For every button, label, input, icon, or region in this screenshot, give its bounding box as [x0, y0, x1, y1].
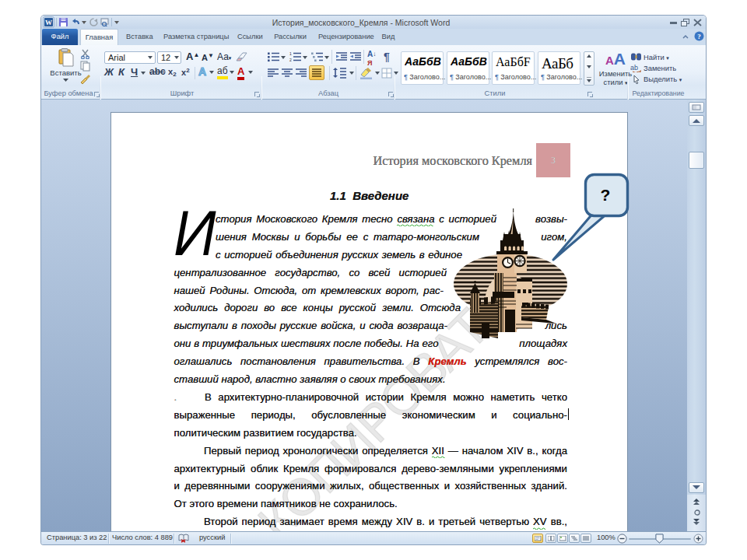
svg-text:?: ? — [601, 186, 611, 204]
svg-text:2: 2 — [289, 58, 292, 62]
svg-text:1: 1 — [289, 51, 292, 56]
svg-text:?: ? — [697, 33, 701, 40]
svg-text:ab: ab — [630, 64, 638, 72]
svg-text:W: W — [45, 19, 52, 26]
